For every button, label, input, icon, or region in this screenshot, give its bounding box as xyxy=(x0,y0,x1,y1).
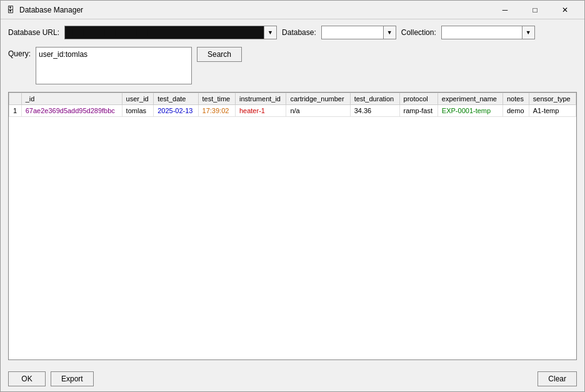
window-controls: ─ □ ✕ xyxy=(491,1,579,19)
clear-button[interactable]: Clear xyxy=(538,371,577,386)
chevron-down-icon: ▼ xyxy=(268,29,273,36)
query-row: Query: user_id:tomlas Search xyxy=(8,47,577,84)
col-num xyxy=(9,93,22,105)
query-label: Query: xyxy=(8,49,31,58)
col-userid: user_id xyxy=(122,93,154,105)
collection-combo: temperature ▼ xyxy=(441,26,535,39)
db-url-input[interactable] xyxy=(64,26,264,39)
db-url-label: Database URL: xyxy=(8,28,59,37)
database-dropdown-btn[interactable]: ▼ xyxy=(384,26,396,39)
window-title: Database Manager xyxy=(19,6,491,14)
col-sensor: sensor_type xyxy=(529,93,576,105)
db-url-combo: ▼ xyxy=(64,26,277,39)
collection-label: Collection: xyxy=(401,28,436,37)
cell-protocol: ramp-fast xyxy=(399,105,438,117)
col-id: _id xyxy=(21,93,122,105)
results-table: _id user_id test_date test_time instrume… xyxy=(9,93,576,117)
col-cartridge: cartridge_number xyxy=(286,93,350,105)
col-expname: experiment_name xyxy=(438,93,502,105)
chevron-down-icon: ▼ xyxy=(387,29,392,36)
collection-input[interactable]: temperature xyxy=(441,26,522,39)
database-input[interactable]: test xyxy=(321,26,384,39)
cell-instrument: heater-1 xyxy=(235,105,286,117)
maximize-button[interactable]: □ xyxy=(521,1,549,19)
col-duration: test_duration xyxy=(350,93,399,105)
cell-userid: tomlas xyxy=(122,105,154,117)
col-notes: notes xyxy=(503,93,529,105)
minimize-button[interactable]: ─ xyxy=(491,1,519,19)
col-testdate: test_date xyxy=(154,93,198,105)
cell-cartridge: n/a xyxy=(286,105,350,117)
table-header-row: _id user_id test_date test_time instrume… xyxy=(9,93,576,105)
collection-dropdown-btn[interactable]: ▼ xyxy=(522,26,535,39)
ok-button[interactable]: OK xyxy=(8,371,46,386)
cell-num: 1 xyxy=(9,105,22,117)
cell-notes: demo xyxy=(503,105,529,117)
main-content: Database URL: ▼ Database: test ▼ Collect… xyxy=(1,19,584,366)
cell-id: 67ae2e369d5add95d289fbbc xyxy=(21,105,122,117)
query-input[interactable]: user_id:tomlas xyxy=(36,47,192,84)
col-testtime: test_time xyxy=(198,93,235,105)
export-button[interactable]: Export xyxy=(51,371,94,386)
table-row[interactable]: 1 67ae2e369d5add95d289fbbc tomlas 2025-0… xyxy=(9,105,576,117)
cell-sensor: A1-temp xyxy=(529,105,576,117)
app-icon: 🗄 xyxy=(6,5,16,15)
cell-expname: EXP-0001-temp xyxy=(438,105,502,117)
close-button[interactable]: ✕ xyxy=(551,1,579,19)
database-combo: test ▼ xyxy=(321,26,396,39)
db-url-dropdown-btn[interactable]: ▼ xyxy=(264,26,277,39)
cell-time: 17:39:02 xyxy=(198,105,235,117)
chevron-down-icon: ▼ xyxy=(526,29,531,36)
footer: OK Export Clear xyxy=(1,366,584,391)
main-window: 🗄 Database Manager ─ □ ✕ Database URL: ▼… xyxy=(0,0,585,392)
cell-date: 2025-02-13 xyxy=(154,105,198,117)
results-table-container: _id user_id test_date test_time instrume… xyxy=(8,92,577,360)
col-instrument: instrument_id xyxy=(235,93,286,105)
toolbar-row: Database URL: ▼ Database: test ▼ Collect… xyxy=(8,26,577,39)
col-protocol: protocol xyxy=(399,93,438,105)
search-button[interactable]: Search xyxy=(197,47,242,62)
cell-duration: 34.36 xyxy=(350,105,399,117)
titlebar: 🗄 Database Manager ─ □ ✕ xyxy=(1,1,584,19)
database-label: Database: xyxy=(282,28,316,37)
